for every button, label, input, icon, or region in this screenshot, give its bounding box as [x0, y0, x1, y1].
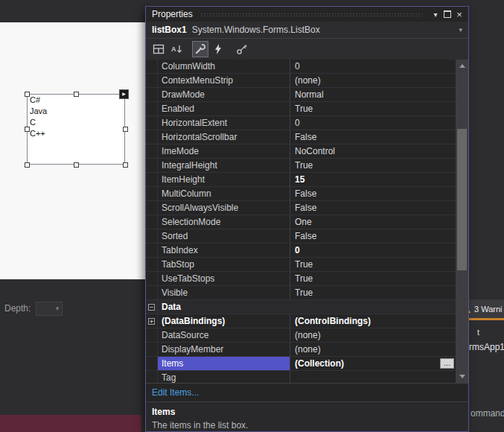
- properties-view-button[interactable]: [192, 41, 208, 57]
- property-row[interactable]: Items(Collection)…: [146, 357, 456, 371]
- resize-handle[interactable]: [123, 127, 128, 132]
- row-margin: [146, 357, 158, 370]
- window-title: Properties: [152, 9, 193, 19]
- grid-scrollbar[interactable]: [456, 60, 468, 383]
- object-selector-combobox[interactable]: listBox1 System.Windows.Forms.ListBox ▾: [146, 22, 468, 39]
- row-margin: [146, 286, 158, 299]
- property-row[interactable]: +(DataBindings)(ControlBindings): [146, 314, 456, 328]
- property-name: Data: [158, 300, 456, 314]
- property-value: 15: [290, 173, 456, 186]
- designer-listbox-items: C#JavaCC++: [28, 95, 124, 139]
- row-margin: [146, 258, 158, 271]
- categorized-button[interactable]: [150, 41, 167, 57]
- properties-titlebar[interactable]: Properties ▾ ×: [146, 7, 468, 22]
- scroll-up-button[interactable]: [456, 60, 468, 72]
- property-row[interactable]: DataSource(none): [146, 328, 456, 343]
- events-button[interactable]: [210, 41, 226, 57]
- warnings-label: 3 Warni: [474, 305, 503, 314]
- edit-items-link[interactable]: Edit Items...: [152, 387, 199, 398]
- close-button[interactable]: ×: [453, 8, 465, 20]
- property-name: Items: [158, 357, 290, 370]
- property-value: True: [290, 159, 456, 172]
- property-row[interactable]: SortedFalse: [146, 229, 456, 244]
- property-name: ItemHeight: [158, 173, 290, 186]
- svg-text:A: A: [171, 45, 176, 53]
- wrench-icon: [194, 43, 206, 55]
- row-margin: [146, 272, 158, 285]
- property-row[interactable]: TabIndex0: [146, 244, 456, 258]
- property-value: [290, 371, 456, 383]
- depth-dropdown[interactable]: ▾: [36, 302, 63, 316]
- property-value: False: [290, 187, 456, 200]
- listbox-item: C: [28, 117, 124, 128]
- scrollbar-thumb[interactable]: [457, 129, 467, 270]
- resize-handle[interactable]: [123, 162, 128, 168]
- row-margin: [146, 371, 158, 383]
- property-value: (none): [290, 74, 456, 87]
- resize-handle[interactable]: [25, 162, 30, 168]
- property-value: Normal: [290, 88, 456, 101]
- property-row[interactable]: IntegralHeightTrue: [146, 159, 456, 173]
- property-name: TabIndex: [158, 244, 290, 257]
- property-row[interactable]: ItemHeight15: [146, 173, 456, 187]
- combo-dropdown-icon: ▾: [459, 26, 462, 34]
- lightning-icon: [212, 43, 224, 55]
- ellipsis-button[interactable]: …: [440, 358, 454, 369]
- row-margin: [146, 244, 158, 257]
- property-name: Sorted: [158, 229, 290, 243]
- property-row[interactable]: DrawModeNormal: [146, 88, 456, 102]
- row-margin: [146, 74, 158, 87]
- property-row[interactable]: ScrollAlwaysVisibleFalse: [146, 201, 456, 215]
- property-row[interactable]: ContextMenuStrip(none): [146, 74, 456, 88]
- resize-handle[interactable]: [74, 92, 79, 97]
- property-row[interactable]: ColumnWidth0: [146, 60, 456, 74]
- expand-icon[interactable]: +: [146, 314, 158, 328]
- properties-toolbar: A: [146, 39, 468, 60]
- description-pane: Items The items in the list box.: [146, 401, 468, 431]
- maximize-icon: [444, 10, 451, 18]
- maximize-button[interactable]: [441, 8, 453, 20]
- property-row[interactable]: SelectionModeOne: [146, 215, 456, 229]
- property-row[interactable]: ImeModeNoControl: [146, 144, 456, 159]
- property-row[interactable]: DisplayMember(none): [146, 343, 456, 357]
- row-margin: [146, 215, 158, 229]
- scroll-up-icon: [459, 64, 465, 68]
- property-grid-rows: ColumnWidth0ContextMenuStrip(none)DrawMo…: [146, 60, 468, 383]
- property-value: False: [290, 130, 456, 144]
- property-name: ColumnWidth: [158, 60, 290, 73]
- resize-handle[interactable]: [25, 127, 30, 132]
- alphabetical-button[interactable]: A: [168, 41, 185, 57]
- property-pages-button[interactable]: [234, 41, 250, 57]
- property-row[interactable]: UseTabStopsTrue: [146, 272, 456, 286]
- property-name: Visible: [158, 286, 290, 299]
- window-position-button[interactable]: ▾: [430, 8, 441, 20]
- property-row[interactable]: TabStopTrue: [146, 258, 456, 272]
- object-type: System.Windows.Forms.ListBox: [192, 25, 456, 35]
- smart-tag-button[interactable]: ▶: [119, 89, 129, 99]
- resize-handle[interactable]: [74, 162, 79, 168]
- scroll-down-button[interactable]: [456, 370, 468, 383]
- property-value: True: [290, 102, 456, 115]
- status-color-block: [0, 415, 141, 432]
- property-row[interactable]: Tag: [146, 371, 456, 383]
- property-name: DisplayMember: [158, 343, 290, 356]
- property-row[interactable]: MultiColumnFalse: [146, 187, 456, 201]
- property-value: One: [290, 215, 456, 229]
- category-row[interactable]: −Data: [146, 300, 456, 314]
- property-row[interactable]: VisibleTrue: [146, 286, 456, 300]
- listbox-item: Java: [28, 106, 124, 117]
- chevron-down-icon: ▾: [56, 305, 60, 312]
- property-row[interactable]: HorizontalExtent0: [146, 116, 456, 130]
- depth-label: Depth:: [4, 303, 31, 314]
- edit-items-row: Edit Items...: [146, 383, 468, 401]
- row-margin: [146, 130, 158, 144]
- collapse-icon[interactable]: −: [146, 300, 158, 314]
- property-name: (DataBindings): [158, 314, 290, 328]
- scroll-down-icon: [459, 375, 465, 378]
- property-value: True: [290, 272, 456, 285]
- property-row[interactable]: EnabledTrue: [146, 102, 456, 116]
- resize-handle[interactable]: [25, 92, 30, 97]
- designer-listbox[interactable]: C#JavaCC++: [27, 94, 125, 165]
- property-row[interactable]: HorizontalScrollbarFalse: [146, 130, 456, 144]
- property-name: HorizontalExtent: [158, 116, 290, 130]
